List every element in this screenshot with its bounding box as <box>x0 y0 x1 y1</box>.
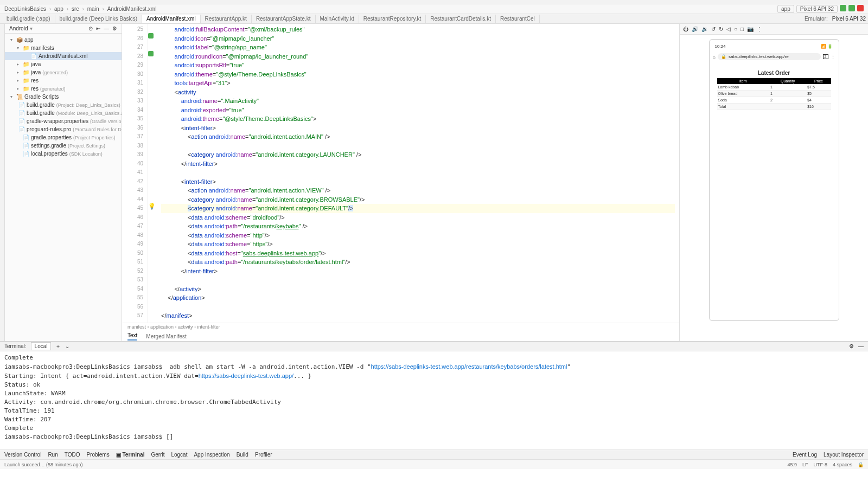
line-separator[interactable]: LF <box>802 462 808 467</box>
editor-tab[interactable]: AndroidManifest.xml <box>142 15 201 23</box>
stop-icon[interactable] <box>857 5 864 11</box>
tree-item[interactable]: ▸📁 java (generated) <box>5 68 122 76</box>
tree-item[interactable]: ▾📦 app <box>5 36 122 44</box>
more-icon[interactable]: ⋮ <box>757 26 762 32</box>
crumb[interactable]: application <box>150 324 174 330</box>
device-selector[interactable]: Pixel 6 API 32 <box>796 5 838 13</box>
order-table: ItemQuantityPrice Lamb kebab1$7.5Olive b… <box>717 78 831 110</box>
code-editor[interactable]: 2526272829303132333435363738394041424344… <box>122 24 679 341</box>
tree-item[interactable]: 📄 build.gradle (Project: Deep_Links_Basi… <box>5 101 122 109</box>
sidebar-hide-icon[interactable]: — <box>104 25 109 31</box>
emulator-toolbar: ⏻ 🔊 🔉 ↺ ↻ ◁ ○ □ 📷 ⋮ <box>680 24 868 35</box>
back-icon[interactable]: ◁ <box>726 26 731 32</box>
home-icon[interactable]: ○ <box>734 26 737 32</box>
project-sidebar: Android ▾ ⊙ ⇤ — ⚙ ▾📦 app ▾📁 manifests 📄 … <box>5 24 122 341</box>
tree-item[interactable]: 📄 proguard-rules.pro (ProGuard Rules for… <box>5 125 122 133</box>
tool-window-tab[interactable]: Version Control <box>4 452 41 458</box>
tree-item[interactable]: ▸📁 res <box>5 76 122 85</box>
editor-tab[interactable]: build.gradle (:app) <box>2 15 55 23</box>
overview-icon[interactable]: □ <box>741 26 744 32</box>
rotate-right-icon[interactable]: ↻ <box>719 26 723 32</box>
emulator-device[interactable]: Pixel 6 API 32 <box>832 16 866 22</box>
editor-tab[interactable]: RestaurantRepository.kt <box>359 15 426 23</box>
tool-window-tab[interactable]: Gerrit <box>151 452 164 458</box>
editor-tab[interactable]: RestaurantAppState.kt <box>252 15 316 23</box>
lock-icon[interactable]: 🔒 <box>858 462 864 467</box>
breadcrumb-item[interactable]: DeepLinksBasics <box>4 6 46 12</box>
cursor-position[interactable]: 45:9 <box>787 462 797 467</box>
breadcrumb-item[interactable]: src <box>72 6 79 12</box>
tab-merged-manifest[interactable]: Merged Manifest <box>146 333 186 339</box>
breadcrumb-item[interactable]: AndroidManifest.xml <box>107 6 157 12</box>
gutter-markers: 💡 <box>148 24 157 323</box>
tree-item[interactable]: 📄 build.gradle (Module: Deep_Links_Basic… <box>5 109 122 117</box>
left-stripe[interactable] <box>0 24 5 341</box>
terminal-label: Terminal: <box>4 343 27 349</box>
tree-item[interactable]: 📄 local.properties (SDK Location) <box>5 150 122 158</box>
code-area[interactable]: android:fullBackupContent="@xml/backup_r… <box>157 24 679 323</box>
crumb[interactable]: activity <box>178 324 193 330</box>
sidebar-gear-icon[interactable]: ⚙ <box>112 25 117 31</box>
tree-item[interactable]: 📄 AndroidManifest.xml <box>5 52 122 60</box>
editor-tab[interactable]: RestaurantCel <box>496 15 540 23</box>
editor-tab[interactable]: build.gradle (Deep Links Basics) <box>55 15 142 23</box>
sidebar-collapse-icon[interactable]: ⇤ <box>96 25 100 31</box>
sidebar-settings-icon[interactable]: ⊙ <box>88 25 93 31</box>
crumb[interactable]: intent-filter <box>197 324 220 330</box>
phone-url-bar[interactable]: 🔒 sabs-deeplinks-test.web.app/re <box>718 53 821 60</box>
status-bar: Launch succeed… (58 minutes ago) 45:9 LF… <box>0 459 868 469</box>
terminal-hide-icon[interactable]: — <box>858 343 864 349</box>
tool-window-tab[interactable]: Problems <box>86 452 109 458</box>
screenshot-icon[interactable]: 📷 <box>747 26 754 32</box>
tree-item[interactable]: 📄 gradle.properties (Project Properties) <box>5 133 122 142</box>
tool-window-tab[interactable]: ▣ Terminal <box>116 452 145 458</box>
sidebar-view-selector[interactable]: Android <box>9 25 28 31</box>
run-icon[interactable] <box>840 5 846 11</box>
lock-icon: 🔒 <box>721 54 726 59</box>
editor-tabs: build.gradle (:app)build.gradle (Deep Li… <box>0 14 868 24</box>
tab-text[interactable]: Text <box>127 332 137 341</box>
phone-menu-icon[interactable]: ⋮ <box>831 54 835 60</box>
editor-tab[interactable]: RestaurantCardDetails.kt <box>426 15 496 23</box>
vol-down-icon[interactable]: 🔉 <box>701 26 708 32</box>
app-selector[interactable]: app <box>777 5 794 13</box>
tool-window-tab[interactable]: Layout Inspector <box>824 452 864 458</box>
terminal-dropdown-icon[interactable]: ⌄ <box>65 343 69 349</box>
tool-window-tab[interactable]: Build <box>237 452 248 458</box>
debug-icon[interactable] <box>848 5 855 11</box>
encoding[interactable]: UTF-8 <box>813 462 827 467</box>
tree-item[interactable]: ▸📁 java <box>5 60 122 68</box>
terminal-session-tab[interactable]: Local <box>31 342 52 350</box>
tool-window-tab[interactable]: Event Log <box>793 452 817 458</box>
indent[interactable]: 4 spaces <box>833 462 852 467</box>
tree-item[interactable]: ▸📁 res (generated) <box>5 85 122 93</box>
terminal-output[interactable]: Complete iamsabs-macbookpro3:DeepLinksBa… <box>0 351 868 450</box>
tool-window-tab[interactable]: Run <box>48 452 58 458</box>
tree-item[interactable]: 📄 gradle-wrapper.properties (Gradle Vers… <box>5 117 122 125</box>
rotate-left-icon[interactable]: ↺ <box>711 26 716 32</box>
tree-item[interactable]: 📄 settings.gradle (Project Settings) <box>5 142 122 150</box>
menu-bar <box>0 0 868 4</box>
code-breadcrumb[interactable]: manifest › application › activity › inte… <box>122 323 679 331</box>
tool-window-tab[interactable]: Logcat <box>171 452 187 458</box>
editor-tab[interactable]: MainActivity.kt <box>316 15 359 23</box>
vol-up-icon[interactable]: 🔊 <box>692 26 698 32</box>
phone-home-icon[interactable]: ⌂ <box>713 54 716 60</box>
tree-item[interactable]: ▾📁 manifests <box>5 44 122 52</box>
line-gutter: 2526272829303132333435363738394041424344… <box>122 24 148 323</box>
tool-window-tab[interactable]: Profiler <box>255 452 272 458</box>
tabs-count-icon[interactable]: 2 <box>823 54 828 59</box>
breadcrumb-item[interactable]: main <box>87 6 99 12</box>
editor-tab[interactable]: RestaurantApp.kt <box>201 15 252 23</box>
phone-screen[interactable]: 10:24 📶 🔋 ⌂ 🔒 sabs-deeplinks-test.web.ap… <box>709 39 839 321</box>
terminal-add-icon[interactable]: ＋ <box>55 343 61 350</box>
crumb[interactable]: manifest <box>127 324 146 330</box>
project-tree[interactable]: ▾📦 app ▾📁 manifests 📄 AndroidManifest.xm… <box>5 34 122 160</box>
power-icon[interactable]: ⏻ <box>683 26 688 32</box>
terminal-gear-icon[interactable]: ⚙ <box>849 343 854 349</box>
tree-item[interactable]: ▾📜 Gradle Scripts <box>5 93 122 101</box>
breadcrumb-item[interactable]: app <box>54 6 63 12</box>
tool-window-tab[interactable]: TODO <box>65 452 80 458</box>
tool-window-tab[interactable]: App Inspection <box>194 452 229 458</box>
terminal-panel: Terminal: Local ＋ ⌄ ⚙ — Complete iamsabs… <box>0 341 868 450</box>
